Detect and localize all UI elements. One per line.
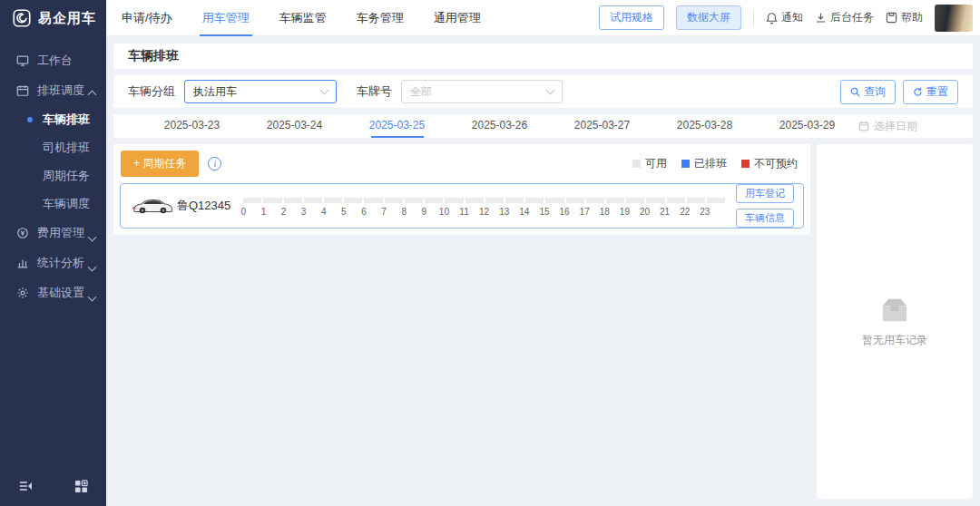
timeline-segment-hour-4[interactable]	[324, 198, 342, 203]
notifications-label: 通知	[781, 10, 803, 25]
help-label: 帮助	[901, 10, 923, 25]
vehicle-group-select[interactable]: 执法用车	[184, 80, 337, 103]
usage-records-panel: 暂无用车记录	[817, 144, 973, 499]
timeline-segment-hour-14[interactable]	[525, 198, 544, 203]
timeline-segment-hour-22[interactable]	[687, 198, 705, 203]
trial-spec-button[interactable]: 试用规格	[599, 5, 664, 30]
timeline-segment-hour-9[interactable]	[425, 198, 443, 203]
background-tasks-button[interactable]: 后台任务	[815, 10, 874, 25]
page-title-bar: 车辆排班	[113, 44, 973, 69]
notifications-button[interactable]: 通知	[766, 10, 803, 25]
legend-label: 不可预约	[754, 156, 798, 171]
timeline-segment-hour-15[interactable]	[545, 198, 564, 203]
sidebar-item-workbench[interactable]: 工作台	[0, 45, 106, 75]
date-picker-label: 选择日期	[874, 119, 917, 134]
page-content: 车辆排班 车辆分组 执法用车 车牌号 全部 查询	[106, 36, 980, 506]
timeline-segment-hour-20[interactable]	[646, 198, 664, 203]
hour-label: 20	[634, 207, 654, 217]
timeline-segment-hour-13[interactable]	[505, 198, 524, 203]
schedule-panel: + 周期任务 i 可用 已排班	[113, 144, 810, 235]
date-tab-active[interactable]: 2025-03-25	[346, 114, 448, 138]
timeline-segment-hour-3[interactable]	[304, 198, 322, 203]
help-button[interactable]: 帮助	[886, 10, 923, 25]
data-screen-button[interactable]: 数据大屏	[676, 5, 741, 30]
tab-vehicle-supervision[interactable]: 车辆监管	[277, 0, 329, 36]
tab-vehicle-affairs[interactable]: 车务管理	[354, 0, 407, 36]
timeline-segment-hour-21[interactable]	[667, 198, 685, 203]
sidebar-item-fee-management[interactable]: 费用管理	[0, 218, 106, 248]
hour-label: 5	[334, 207, 354, 217]
divider	[753, 11, 754, 25]
timeline-segment-hour-10[interactable]	[445, 198, 463, 203]
sidebar-subitem-label: 车辆调度	[43, 196, 90, 212]
sidebar-item-vehicle-dispatch[interactable]: 车辆调度	[0, 190, 106, 218]
timeline-segment-hour-7[interactable]	[385, 198, 403, 203]
info-icon[interactable]: i	[208, 157, 221, 170]
hour-label: 21	[655, 207, 675, 217]
legend-available: 可用	[632, 156, 667, 171]
search-icon	[850, 87, 860, 97]
sidebar-footer	[0, 480, 106, 506]
sidebar-item-driver-scheduling[interactable]: 司机排班	[0, 133, 106, 161]
timeline-segment-hour-6[interactable]	[364, 198, 382, 203]
date-tab[interactable]: 2025-03-24	[243, 114, 346, 138]
vehicle-timeline: 01234567891011121314151617181920212223	[243, 198, 725, 217]
tab-applications[interactable]: 申请/待办	[119, 0, 175, 36]
apps-grid-icon[interactable]	[74, 480, 88, 493]
vehicle-group-value: 执法用车	[193, 84, 237, 100]
sidebar-item-label: 工作台	[37, 53, 73, 69]
date-tab[interactable]: 2025-03-27	[551, 114, 653, 138]
vehicle-register-button[interactable]: 用车登记	[736, 184, 794, 203]
tab-general-management[interactable]: 通用管理	[431, 0, 484, 36]
help-icon	[886, 12, 897, 24]
logo-icon	[12, 8, 32, 28]
timeline-segment-hour-1[interactable]	[263, 198, 281, 203]
tab-vehicle-use[interactable]: 用车管理	[200, 0, 252, 36]
vehicle-info-button[interactable]: 车辆信息	[736, 209, 794, 228]
timeline-segment-hour-2[interactable]	[284, 198, 302, 203]
timeline-segment-hour-19[interactable]	[626, 198, 644, 203]
legend-label: 可用	[645, 156, 667, 171]
search-button[interactable]: 查询	[840, 80, 896, 104]
add-periodic-task-button[interactable]: + 周期任务	[121, 151, 199, 177]
timeline-segment-hour-12[interactable]	[485, 198, 504, 203]
collapse-menu-icon[interactable]	[18, 480, 33, 493]
date-tab[interactable]: 2025-03-26	[448, 114, 551, 138]
hour-label: 18	[594, 207, 614, 217]
legend-unavailable: 不可预约	[741, 156, 798, 171]
timeline-segment-hour-11[interactable]	[466, 198, 484, 203]
chevron-down-icon	[320, 86, 329, 95]
sidebar-item-scheduling[interactable]: 排班调度	[0, 75, 106, 105]
vehicle-row: 鲁Q12345 01234567891011121314151617181920…	[120, 183, 804, 229]
hour-label: 3	[294, 207, 314, 217]
top-navigation-bar: 申请/待办 用车管理 车辆监管 车务管理 通用管理 试用规格 数据大屏 通知 后…	[106, 0, 980, 36]
sidebar-item-label: 费用管理	[37, 225, 84, 241]
bell-icon	[766, 12, 778, 24]
user-avatar[interactable]	[935, 5, 973, 32]
timeline-segment-hour-8[interactable]	[405, 198, 423, 203]
date-tab[interactable]: 2025-03-23	[141, 114, 243, 138]
timeline-segment-hour-17[interactable]	[586, 198, 604, 203]
sidebar-item-settings[interactable]: 基础设置	[0, 277, 106, 307]
background-tasks-label: 后台任务	[830, 10, 874, 25]
main-area: 申请/待办 用车管理 车辆监管 车务管理 通用管理 试用规格 数据大屏 通知 后…	[106, 0, 980, 506]
plate-number-select[interactable]: 全部	[401, 80, 563, 103]
hour-label: 17	[574, 207, 594, 217]
timeline-segment-hour-16[interactable]	[566, 198, 584, 203]
sidebar: 易企用车 工作台 排班调度 车辆排班 司机排班 周期任务	[0, 0, 106, 506]
sidebar-item-vehicle-scheduling[interactable]: 车辆排班	[0, 105, 106, 133]
timeline-segment-hour-18[interactable]	[606, 198, 624, 203]
date-tab[interactable]: 2025-03-28	[653, 114, 756, 138]
calendar-icon	[16, 84, 29, 97]
timeline-segment-hour-5[interactable]	[344, 198, 362, 203]
reset-button[interactable]: 重置	[903, 80, 958, 104]
hour-label: 12	[475, 207, 495, 217]
date-picker[interactable]: 选择日期	[858, 119, 956, 134]
date-tab[interactable]: 2025-03-29	[756, 114, 858, 138]
sidebar-item-statistics[interactable]: 统计分析	[0, 248, 106, 277]
hour-label: 13	[495, 207, 514, 217]
search-button-label: 查询	[864, 84, 886, 100]
sidebar-item-periodic-tasks[interactable]: 周期任务	[0, 161, 106, 190]
timeline-segment-hour-23[interactable]	[707, 198, 725, 203]
timeline-segment-hour-0[interactable]	[243, 198, 261, 203]
